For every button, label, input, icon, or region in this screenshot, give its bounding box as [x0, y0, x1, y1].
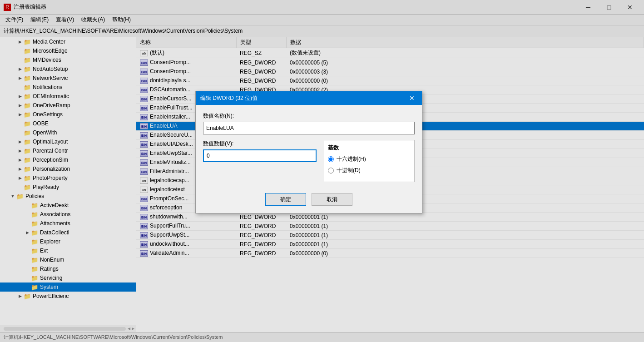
cancel-button[interactable]: 取消 — [312, 193, 352, 206]
value-input[interactable] — [203, 149, 317, 162]
name-label: 数值名称(N): — [203, 112, 415, 120]
dialog-overlay: 编辑 DWORD (32 位)值 ✕ 数值名称(N): 数值数据(V): 基数 … — [0, 0, 644, 342]
hex-radio-item[interactable]: 十六进制(H) — [328, 155, 411, 163]
name-input[interactable] — [203, 122, 415, 134]
dialog-title-bar: 编辑 DWORD (32 位)值 ✕ — [196, 91, 422, 105]
dec-label: 十进制(D) — [337, 167, 361, 174]
base-title: 基数 — [328, 144, 411, 152]
ok-button[interactable]: 确定 — [265, 193, 306, 206]
hex-radio[interactable] — [328, 156, 334, 162]
data-row: 数值数据(V): 基数 十六进制(H) 十进制(D) — [203, 140, 415, 182]
edit-dword-dialog: 编辑 DWORD (32 位)值 ✕ 数值名称(N): 数值数据(V): 基数 … — [195, 91, 422, 213]
hex-label: 十六进制(H) — [337, 155, 366, 163]
dialog-buttons: 确定 取消 — [203, 189, 415, 206]
data-label: 数值数据(V): — [203, 140, 317, 148]
dec-radio-item[interactable]: 十进制(D) — [328, 167, 411, 174]
dialog-close-button[interactable]: ✕ — [406, 93, 417, 104]
value-section: 数值数据(V): — [203, 140, 317, 182]
dialog-body: 数值名称(N): 数值数据(V): 基数 十六进制(H) 十进制(D) — [196, 105, 422, 213]
base-section: 基数 十六进制(H) 十进制(D) — [324, 140, 415, 182]
dialog-title: 编辑 DWORD (32 位)值 — [200, 94, 406, 102]
dec-radio[interactable] — [328, 168, 334, 173]
